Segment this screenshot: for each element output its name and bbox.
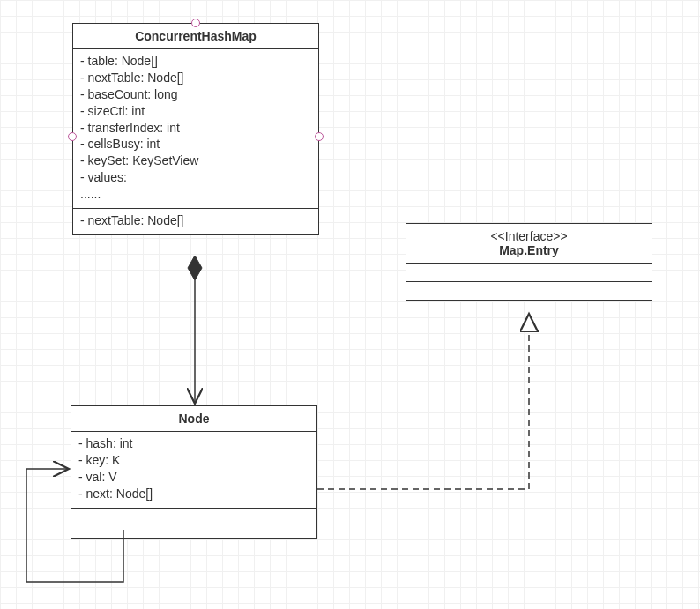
port-icon bbox=[68, 132, 77, 141]
attr: - values: bbox=[80, 169, 311, 186]
class-name: Map.Entry bbox=[499, 243, 559, 257]
stereotype: <<Interface>> bbox=[410, 229, 648, 243]
attr: - cellsBusy: int bbox=[80, 136, 311, 152]
port-icon bbox=[191, 19, 200, 27]
attributes-section: - hash: int - key: K - val: V - next: No… bbox=[71, 432, 316, 509]
attr: - transferIndex: int bbox=[80, 120, 311, 137]
attr: - val: V bbox=[78, 469, 309, 486]
attr: - key: K bbox=[78, 452, 309, 469]
class-title: Node bbox=[71, 406, 316, 432]
attr: - hash: int bbox=[78, 435, 309, 452]
class-node: Node - hash: int - key: K - val: V - nex… bbox=[71, 405, 317, 539]
operations-section: - nextTable: Node[] bbox=[73, 209, 318, 234]
operations-section bbox=[71, 509, 316, 538]
attr: - keySet: KeySetView bbox=[80, 152, 311, 169]
interface-title: <<Interface>> Map.Entry bbox=[406, 224, 652, 264]
attributes-section bbox=[406, 264, 652, 282]
op: - nextTable: Node[] bbox=[80, 212, 311, 229]
class-concurrenthashmap: ConcurrentHashMap - table: Node[] - next… bbox=[72, 23, 319, 235]
attr: - next: Node[] bbox=[78, 486, 309, 502]
attr: - table: Node[] bbox=[80, 53, 311, 70]
interface-map-entry: <<Interface>> Map.Entry bbox=[406, 223, 652, 301]
attributes-section: - table: Node[] - nextTable: Node[] - ba… bbox=[73, 49, 318, 209]
attr: - baseCount: long bbox=[80, 86, 311, 103]
attr: ...... bbox=[80, 186, 311, 203]
realization-node-entry bbox=[317, 314, 529, 489]
class-title: ConcurrentHashMap bbox=[73, 24, 318, 49]
composition-chm-node bbox=[188, 256, 202, 404]
attr: - nextTable: Node[] bbox=[80, 70, 311, 86]
port-icon bbox=[315, 132, 324, 141]
attr: - sizeCtl: int bbox=[80, 103, 311, 120]
operations-section bbox=[406, 282, 652, 300]
